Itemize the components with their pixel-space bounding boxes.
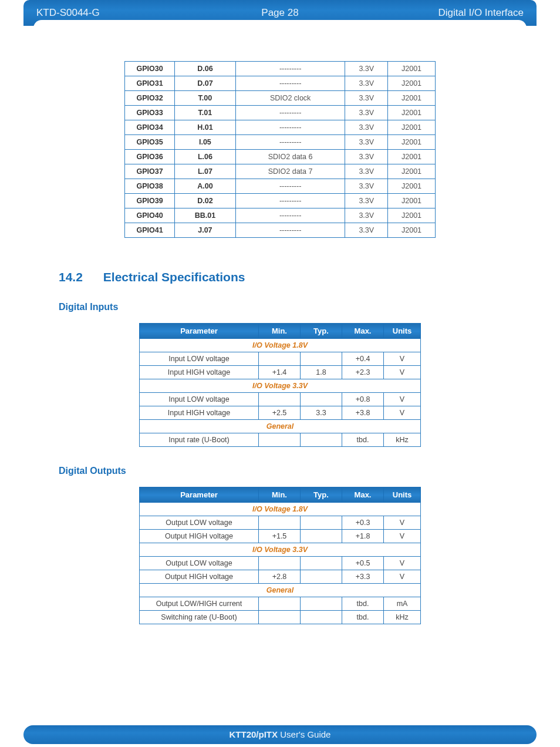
cell: J2001 [388,208,436,223]
cell: --------- [235,120,345,135]
cell: 3.3V [345,135,388,150]
cell: kHz [384,433,421,447]
table-row: Input rate (U-Boot)tbd.kHz [140,433,421,447]
cell: +2.5 [258,406,300,420]
cell: GPIO40 [125,208,175,223]
cell: GPIO37 [125,164,175,179]
cell: L.07 [175,164,236,179]
cell: Input HIGH voltage [140,366,259,379]
cell [258,557,300,570]
cell: tbd. [342,597,384,611]
cell: V [384,530,421,543]
page-number: Page 28 [261,7,298,19]
col-units: Units [384,324,421,339]
cell: GPIO35 [125,135,175,150]
cell: Input rate (U-Boot) [140,433,259,447]
page-footer: KTT20/pITX User's Guide [23,725,537,744]
cell: BB.01 [175,208,236,223]
cell: --------- [235,62,345,76]
cell: +0.5 [342,557,384,570]
cell: GPIO33 [125,106,175,120]
cell: 1.8 [300,366,342,379]
cell: 3.3V [345,223,388,238]
table-row: GPIO36L.06SDIO2 data 63.3VJ2001 [125,150,436,164]
table-row: GPIO40BB.01---------3.3VJ2001 [125,208,436,223]
table-row: GPIO35I.05---------3.3VJ2001 [125,135,436,150]
cell: --------- [235,106,345,120]
cell: GPIO34 [125,120,175,135]
cell: J2001 [388,194,436,208]
cell: --------- [235,135,345,150]
cell: +0.4 [342,352,384,366]
cell: +1.8 [342,530,384,543]
cell: V [384,393,421,406]
cell: Input LOW voltage [140,352,259,366]
col-min: Min. [258,324,300,339]
cell: 3.3V [345,76,388,91]
cell [258,516,300,530]
cell [258,611,300,624]
cell: SDIO2 clock [235,91,345,106]
cell: kHz [384,611,421,624]
footer-title-bold: KTT20/pITX [230,729,278,739]
cell: I.05 [175,135,236,150]
cell: GPIO32 [125,91,175,106]
table-row: Input LOW voltage+0.4V [140,352,421,366]
cell: --------- [235,194,345,208]
section-title: Digital I/O Interface [438,7,524,19]
cell: Input HIGH voltage [140,406,259,420]
col-max: Max. [342,487,384,503]
table-row: GPIO37L.07SDIO2 data 73.3VJ2001 [125,164,436,179]
cell: H.01 [175,120,236,135]
cell: J2001 [388,106,436,120]
digital-outputs-table: Parameter Min. Typ. Max. Units I/O Volta… [139,487,421,624]
cell: +3.3 [342,570,384,584]
cell: GPIO36 [125,150,175,164]
cell: Output LOW/HIGH current [140,597,259,611]
cell: V [384,366,421,379]
cell: D.02 [175,194,236,208]
digital-inputs-table: Parameter Min. Typ. Max. Units I/O Volta… [139,323,421,447]
cell: Output HIGH voltage [140,570,259,584]
cell: Output LOW voltage [140,557,259,570]
cell: 3.3V [345,62,388,76]
cell: 3.3V [345,164,388,179]
cell: +2.3 [342,366,384,379]
table-row: Output LOW/HIGH currenttbd.mA [140,597,421,611]
cell: J2001 [388,150,436,164]
table-row: GPIO31D.07---------3.3VJ2001 [125,76,436,91]
cell [258,433,300,447]
cell: Output LOW voltage [140,516,259,530]
cell [258,352,300,366]
table-row: Output HIGH voltage+1.5+1.8V [140,530,421,543]
cell: A.00 [175,179,236,194]
table-row: GPIO34H.01---------3.3VJ2001 [125,120,436,135]
group-header: General [140,584,421,597]
group-header: General [140,420,421,433]
cell: J2001 [388,179,436,194]
cell: J2001 [388,120,436,135]
digital-inputs-heading: Digital Inputs [59,302,501,312]
table-row: Switching rate (U-Boot)tbd.kHz [140,611,421,624]
cell: J2001 [388,76,436,91]
cell: +0.8 [342,393,384,406]
doc-code: KTD-S0044-G [36,7,100,19]
group-header: I/O Voltage 3.3V [140,379,421,393]
cell: J2001 [388,91,436,106]
cell: GPIO38 [125,179,175,194]
cell: SDIO2 data 6 [235,150,345,164]
cell: tbd. [342,611,384,624]
section-number: 14.2 [59,270,100,284]
cell [258,393,300,406]
cell [258,597,300,611]
table-row: Output LOW voltage+0.3V [140,516,421,530]
cell: Switching rate (U-Boot) [140,611,259,624]
cell: J.07 [175,223,236,238]
cell: J2001 [388,223,436,238]
col-typ: Typ. [300,324,342,339]
table-row: GPIO32T.00SDIO2 clock3.3VJ2001 [125,91,436,106]
cell: tbd. [342,433,384,447]
cell: D.07 [175,76,236,91]
col-units: Units [384,487,421,503]
col-min: Min. [258,487,300,503]
